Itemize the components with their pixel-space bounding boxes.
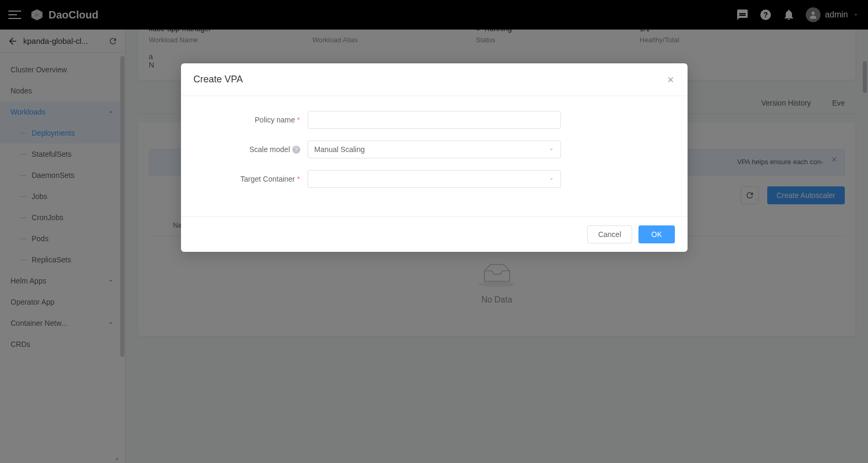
target-container-label: Target Container * bbox=[202, 175, 308, 183]
modal-header: Create VPA bbox=[181, 63, 688, 96]
form-row-policy-name: Policy name * bbox=[202, 111, 666, 129]
help-tooltip-icon[interactable]: ? bbox=[292, 146, 300, 154]
create-vpa-modal: Create VPA Policy name * S bbox=[181, 63, 688, 252]
modal-footer: Cancel OK bbox=[181, 216, 688, 252]
chevron-down-icon bbox=[548, 146, 555, 153]
target-container-select[interactable] bbox=[308, 170, 561, 188]
scale-model-select[interactable]: Manual Scaling bbox=[308, 140, 561, 158]
chevron-down-icon bbox=[548, 175, 555, 183]
modal-body: Policy name * Scale model ? Manual Scali bbox=[181, 96, 688, 216]
ok-button[interactable]: OK bbox=[638, 225, 674, 243]
modal-overlay[interactable]: Create VPA Policy name * S bbox=[0, 0, 868, 463]
form-row-scale-model: Scale model ? Manual Scaling bbox=[202, 140, 666, 158]
modal-title: Create VPA bbox=[194, 74, 243, 85]
required-indicator: * bbox=[297, 175, 300, 183]
form-row-target-container: Target Container * bbox=[202, 170, 666, 188]
required-indicator: * bbox=[297, 116, 300, 124]
scale-model-label: Scale model ? bbox=[202, 145, 308, 154]
policy-name-label: Policy name * bbox=[202, 116, 308, 124]
cancel-button[interactable]: Cancel bbox=[587, 225, 633, 243]
modal-close-icon[interactable] bbox=[666, 75, 675, 84]
policy-name-input[interactable] bbox=[308, 111, 561, 129]
